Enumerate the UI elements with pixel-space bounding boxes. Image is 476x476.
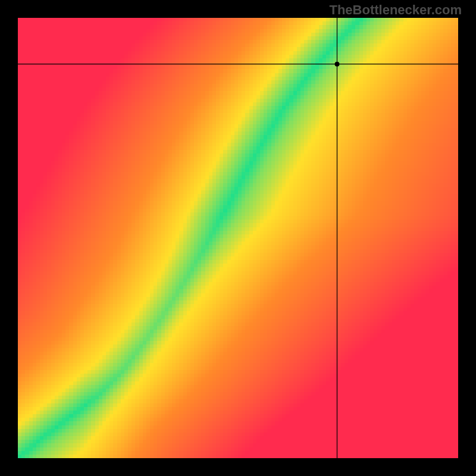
watermark-text: TheBottlenecker.com <box>329 2 462 18</box>
chart-container: TheBottlenecker.com <box>0 0 476 476</box>
bottleneck-heatmap <box>18 18 458 458</box>
